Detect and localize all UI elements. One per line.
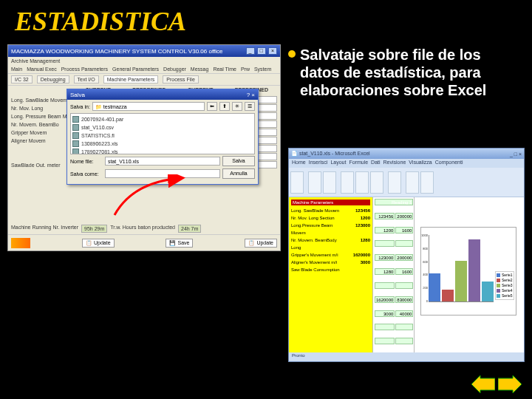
excel-title: stat_V110.xls - Microsoft Excel (299, 151, 370, 156)
ribbon-tab[interactable]: Componenti (435, 160, 463, 167)
save-bottom: Nome file: stat_V110.xls Salva Salva com… (67, 154, 258, 180)
filename-input[interactable]: stat_V110.xls (105, 157, 220, 166)
ribbon-button[interactable] (341, 171, 354, 194)
ribbon-paste-icon[interactable] (290, 171, 304, 194)
ribbon-tab[interactable]: Layout (330, 160, 346, 167)
file-list[interactable]: 20070924-401.parstat_V110.csvSTATISTICS.… (70, 113, 255, 154)
chart-bars (429, 235, 494, 301)
ribbon-tab[interactable]: Formule (349, 160, 368, 167)
menu-item[interactable]: Manual Exec (27, 66, 56, 72)
param-row: Aligner's Movement m/i3000 (291, 259, 370, 266)
excel-statusbar: Pronto (289, 352, 524, 361)
menu-bar: Main Manual Exec Process Parameters Gene… (8, 65, 280, 74)
param-key: Long.Pressure Beam Movem (291, 222, 344, 236)
save-folder-combo[interactable]: 📁 testmazza (92, 102, 205, 111)
menu-item[interactable]: Process Parameters (61, 66, 108, 72)
ribbon-button[interactable] (388, 171, 401, 194)
next-slide-button[interactable] (498, 375, 522, 393)
data-cell[interactable] (375, 240, 395, 247)
view-menu-button[interactable]: ☰ (245, 102, 255, 111)
data-cell[interactable] (375, 338, 395, 344)
data-cell[interactable]: 200000 (395, 213, 413, 219)
menu-item[interactable]: General Parameters (112, 66, 159, 72)
ribbon-tab[interactable]: Dati (371, 160, 380, 167)
file-item[interactable]: 1789027081.xls (72, 148, 253, 154)
file-item[interactable]: 20070924-401.par (72, 115, 253, 123)
app-titlebar: MACMAZZA WOODWORKING MACHINERY SYSTEM CO… (8, 45, 280, 57)
up-folder-button[interactable]: ⬆ (219, 102, 230, 111)
data-cell[interactable] (395, 282, 413, 289)
ribbon-button[interactable] (308, 171, 321, 194)
prev-slide-button[interactable] (471, 375, 495, 393)
data-cell[interactable] (375, 282, 395, 289)
data-cell[interactable]: 830000 (395, 296, 413, 303)
file-item[interactable]: stat_V110.csv (72, 123, 253, 132)
dialog-save-button[interactable]: Salva (222, 156, 255, 166)
minimize-button[interactable]: _ (246, 47, 255, 55)
file-item[interactable]: STATISTICS.fl (72, 132, 253, 140)
save-button[interactable]: 💾 Save (166, 239, 193, 248)
menu-item[interactable]: Main (11, 66, 22, 72)
data-cell[interactable]: 1620000 (375, 296, 395, 303)
dialog-cancel-button[interactable]: Annulla (222, 168, 255, 179)
back-button[interactable]: ⬅ (207, 102, 217, 111)
data-cell[interactable] (395, 338, 413, 344)
update-button-2[interactable]: 📋 Update (245, 239, 277, 248)
update-button[interactable]: 📋 Update (82, 239, 115, 248)
ribbon-tab[interactable]: Home (292, 160, 306, 167)
ribbon-button[interactable] (406, 171, 419, 194)
data-cell[interactable]: 3000 (375, 310, 395, 317)
param-value (344, 266, 370, 273)
chart-area: 10008006004002000 Serie1Serie2Serie3Seri… (415, 197, 524, 352)
legend-item: Serie3 (497, 283, 513, 288)
svg-marker-1 (471, 375, 495, 393)
tab-active[interactable]: Machine Parameters (103, 75, 159, 83)
tab[interactable]: Text I/O (74, 75, 99, 83)
data-cell[interactable]: 200000 (395, 254, 413, 261)
data-cell[interactable] (395, 324, 413, 330)
chart-bar (468, 239, 480, 301)
ribbon-tab[interactable]: Visualizza (409, 160, 432, 167)
file-icon (72, 124, 79, 131)
ribbon-button[interactable] (420, 171, 434, 194)
close-button[interactable]: × (268, 47, 277, 55)
menu-item[interactable]: Prw (241, 66, 250, 72)
data-cell[interactable]: 40000 (395, 310, 413, 317)
ytick: 0 (421, 299, 428, 303)
param-value: 1280 (344, 236, 370, 251)
data-cell[interactable]: 123456 (375, 213, 395, 219)
tab[interactable]: I/C 32 (11, 75, 33, 83)
ytick: 1000 (421, 233, 428, 237)
data-cell[interactable] (395, 240, 413, 247)
data-cell[interactable]: 1200 (375, 227, 395, 233)
data-cell[interactable]: 1280 (375, 268, 395, 275)
ribbon-button[interactable] (355, 171, 369, 194)
data-cell[interactable]: 123000 (375, 254, 395, 261)
ribbon-tab[interactable]: Inserisci (309, 160, 328, 167)
data-cell[interactable]: 1600 (395, 268, 413, 275)
tab[interactable]: Process File (163, 75, 199, 83)
param-key: Nr. Movem. BeamBody Long (291, 236, 344, 251)
param-value: 1200 (344, 214, 370, 222)
svg-marker-2 (498, 375, 522, 393)
ribbon-button[interactable] (323, 171, 336, 194)
data-cell[interactable]: 1600 (395, 227, 413, 233)
dialog-close-icon[interactable]: ? × (247, 92, 255, 98)
menu-item[interactable]: System (254, 66, 271, 72)
maximize-button[interactable]: □ (257, 47, 266, 55)
ribbon-button[interactable] (370, 171, 383, 194)
ytick: 800 (421, 247, 428, 250)
new-folder-button[interactable]: ✳ (232, 102, 242, 111)
menu-item[interactable]: Messag (191, 66, 209, 72)
ytick: 400 (421, 273, 428, 276)
file-item[interactable]: 1308906223.xls (72, 140, 253, 148)
excel-window-controls: _ □ × (510, 151, 522, 157)
tab[interactable]: Debugging (37, 75, 69, 83)
savetype-combo[interactable] (105, 169, 220, 178)
ribbon (289, 168, 524, 197)
menu-item[interactable]: Real Time (213, 66, 236, 72)
data-cell[interactable] (375, 324, 395, 330)
ribbon-tab[interactable]: Revisione (383, 160, 406, 167)
chart[interactable]: 10008006004002000 Serie1Serie2Serie3Seri… (420, 227, 516, 316)
menu-item[interactable]: Debugger (163, 66, 186, 72)
